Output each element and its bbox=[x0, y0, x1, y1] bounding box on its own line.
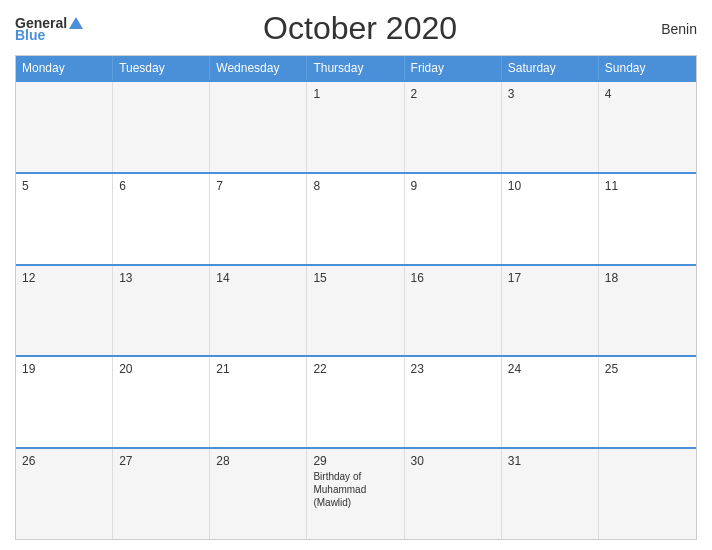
header-day-saturday: Saturday bbox=[502, 56, 599, 80]
calendar-body: 1234567891011121314151617181920212223242… bbox=[16, 80, 696, 539]
calendar-cell: 9 bbox=[405, 174, 502, 264]
day-number: 16 bbox=[411, 271, 495, 285]
day-number: 15 bbox=[313, 271, 397, 285]
day-number: 26 bbox=[22, 454, 106, 468]
calendar-cell bbox=[599, 449, 696, 539]
day-number: 3 bbox=[508, 87, 592, 101]
calendar-cell: 10 bbox=[502, 174, 599, 264]
calendar-cell: 4 bbox=[599, 82, 696, 172]
calendar-row-1: 567891011 bbox=[16, 172, 696, 264]
calendar-cell: 6 bbox=[113, 174, 210, 264]
calendar: MondayTuesdayWednesdayThursdayFridaySatu… bbox=[15, 55, 697, 540]
day-number: 20 bbox=[119, 362, 203, 376]
header-day-tuesday: Tuesday bbox=[113, 56, 210, 80]
calendar-cell: 25 bbox=[599, 357, 696, 447]
calendar-cell: 27 bbox=[113, 449, 210, 539]
day-number: 25 bbox=[605, 362, 690, 376]
header: General Blue October 2020 Benin bbox=[15, 10, 697, 47]
header-day-wednesday: Wednesday bbox=[210, 56, 307, 80]
day-number: 11 bbox=[605, 179, 690, 193]
header-day-thursday: Thursday bbox=[307, 56, 404, 80]
calendar-cell: 11 bbox=[599, 174, 696, 264]
day-number: 18 bbox=[605, 271, 690, 285]
calendar-cell: 17 bbox=[502, 266, 599, 356]
header-day-sunday: Sunday bbox=[599, 56, 696, 80]
calendar-cell: 23 bbox=[405, 357, 502, 447]
day-number: 1 bbox=[313, 87, 397, 101]
day-number: 12 bbox=[22, 271, 106, 285]
calendar-cell: 12 bbox=[16, 266, 113, 356]
day-number: 14 bbox=[216, 271, 300, 285]
day-number: 8 bbox=[313, 179, 397, 193]
calendar-cell: 7 bbox=[210, 174, 307, 264]
calendar-cell: 1 bbox=[307, 82, 404, 172]
country-label: Benin bbox=[637, 21, 697, 37]
calendar-cell bbox=[16, 82, 113, 172]
day-number: 6 bbox=[119, 179, 203, 193]
calendar-cell: 22 bbox=[307, 357, 404, 447]
calendar-cell: 29Birthday of Muhammad (Mawlid) bbox=[307, 449, 404, 539]
calendar-cell: 31 bbox=[502, 449, 599, 539]
header-day-friday: Friday bbox=[405, 56, 502, 80]
day-number: 7 bbox=[216, 179, 300, 193]
day-number: 28 bbox=[216, 454, 300, 468]
calendar-cell bbox=[210, 82, 307, 172]
day-number: 17 bbox=[508, 271, 592, 285]
day-number: 30 bbox=[411, 454, 495, 468]
day-number: 19 bbox=[22, 362, 106, 376]
day-number: 9 bbox=[411, 179, 495, 193]
day-number: 23 bbox=[411, 362, 495, 376]
day-number: 27 bbox=[119, 454, 203, 468]
day-number: 24 bbox=[508, 362, 592, 376]
calendar-row-4: 26272829Birthday of Muhammad (Mawlid)303… bbox=[16, 447, 696, 539]
calendar-cell bbox=[113, 82, 210, 172]
calendar-cell: 21 bbox=[210, 357, 307, 447]
calendar-cell: 15 bbox=[307, 266, 404, 356]
day-number: 22 bbox=[313, 362, 397, 376]
event-label: Birthday of Muhammad (Mawlid) bbox=[313, 470, 397, 509]
header-day-monday: Monday bbox=[16, 56, 113, 80]
calendar-cell: 19 bbox=[16, 357, 113, 447]
calendar-cell: 18 bbox=[599, 266, 696, 356]
calendar-title: October 2020 bbox=[83, 10, 637, 47]
day-number: 5 bbox=[22, 179, 106, 193]
calendar-cell: 28 bbox=[210, 449, 307, 539]
calendar-cell: 5 bbox=[16, 174, 113, 264]
day-number: 2 bbox=[411, 87, 495, 101]
calendar-cell: 13 bbox=[113, 266, 210, 356]
calendar-cell: 24 bbox=[502, 357, 599, 447]
calendar-cell: 8 bbox=[307, 174, 404, 264]
calendar-cell: 3 bbox=[502, 82, 599, 172]
calendar-cell: 16 bbox=[405, 266, 502, 356]
calendar-row-2: 12131415161718 bbox=[16, 264, 696, 356]
calendar-cell: 20 bbox=[113, 357, 210, 447]
day-number: 21 bbox=[216, 362, 300, 376]
calendar-cell: 2 bbox=[405, 82, 502, 172]
logo-blue-text: Blue bbox=[15, 28, 83, 42]
calendar-header: MondayTuesdayWednesdayThursdayFridaySatu… bbox=[16, 56, 696, 80]
calendar-row-0: 1234 bbox=[16, 80, 696, 172]
calendar-cell: 30 bbox=[405, 449, 502, 539]
day-number: 29 bbox=[313, 454, 397, 468]
calendar-cell: 26 bbox=[16, 449, 113, 539]
day-number: 31 bbox=[508, 454, 592, 468]
calendar-cell: 14 bbox=[210, 266, 307, 356]
day-number: 13 bbox=[119, 271, 203, 285]
day-number: 4 bbox=[605, 87, 690, 101]
page: General Blue October 2020 Benin MondayTu… bbox=[0, 0, 712, 550]
logo: General Blue bbox=[15, 16, 83, 42]
day-number: 10 bbox=[508, 179, 592, 193]
calendar-row-3: 19202122232425 bbox=[16, 355, 696, 447]
